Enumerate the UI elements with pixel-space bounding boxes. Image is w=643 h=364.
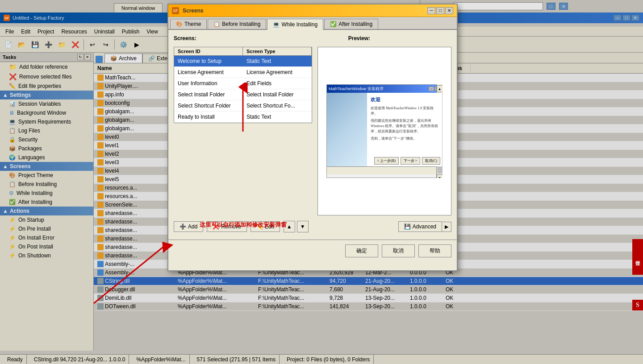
preview-inner: ▲ ▼ MathTeacherWindow 安装程序 ─ ✕ bbox=[326, 84, 443, 178]
move-down-btn[interactable]: ▼ bbox=[297, 221, 309, 232]
modal-maximize-btn[interactable]: □ bbox=[436, 7, 444, 14]
tab-theme[interactable]: 🎨 Theme bbox=[170, 19, 207, 29]
tab-before-installing[interactable]: 📋 Before Installing bbox=[208, 19, 266, 29]
screens-rows: Welcome to SetupStatic TextLicense Agree… bbox=[174, 56, 312, 123]
preview-welcome-text1: 欢迎使用 MathTeacherWindow 1.0 安装程序。 bbox=[371, 106, 438, 116]
tab-theme-label: Theme bbox=[184, 21, 201, 27]
theme-tab-icon: 🎨 bbox=[176, 21, 183, 27]
cancel-dialog-btn[interactable]: 取消 bbox=[382, 244, 415, 257]
modal-body: Screens: Preview: Screen ID Screen Type … bbox=[168, 30, 457, 240]
col-screen-type: Screen Type bbox=[243, 47, 312, 55]
screen-list-item[interactable]: Ready to InstallStatic Text bbox=[174, 112, 312, 123]
modal-title: Screens bbox=[183, 8, 204, 14]
preview-minimize[interactable]: ─ bbox=[429, 87, 434, 91]
modal-footer: 确定 取消 帮助 bbox=[168, 240, 457, 262]
confirm-btn[interactable]: 确定 bbox=[345, 244, 378, 257]
preview-button-row: < 上一步(B) 下一步 > 取消(C) bbox=[374, 157, 440, 165]
modal-controls: ─ □ ✕ bbox=[427, 7, 453, 14]
add-btn-label: Add bbox=[188, 223, 197, 230]
tab-after-installing[interactable]: ✅ After Installing bbox=[324, 19, 378, 29]
advanced-dropdown-btn[interactable]: ▶ bbox=[442, 222, 451, 232]
screens-list-wrapper: Screen ID Screen Type Welcome to SetupSt… bbox=[174, 47, 312, 215]
screens-list-container: Screen ID Screen Type Welcome to SetupSt… bbox=[174, 47, 312, 123]
advanced-btn-label: Advanced bbox=[413, 223, 436, 230]
screens-heading: Screens: bbox=[174, 35, 196, 41]
preview-welcome-text3: 否则，请单击"下一步"继续。 bbox=[371, 136, 438, 141]
advanced-icon: 💾 bbox=[404, 223, 411, 230]
preview-heading: Preview: bbox=[348, 35, 370, 41]
add-icon: ➕ bbox=[180, 223, 186, 230]
tab-while-installing[interactable]: 💻 While Installing bbox=[267, 19, 323, 30]
advanced-btn[interactable]: 💾 Advanced bbox=[398, 221, 442, 232]
chinese-annotation: 这里可以自行添加和修改安装弹窗 bbox=[200, 221, 287, 229]
col-screen-id: Screen ID bbox=[174, 47, 243, 55]
scroll-down-btn[interactable]: ▼ bbox=[437, 174, 443, 178]
tab-after-installing-label: After Installing bbox=[338, 21, 372, 27]
screen-list-item[interactable]: Welcome to SetupStatic Text bbox=[174, 56, 312, 67]
preview-left-image bbox=[327, 93, 367, 166]
preview-cancel-btn[interactable]: 取消(C) bbox=[422, 157, 440, 165]
while-tab-icon: 💻 bbox=[273, 21, 280, 28]
preview-welcome-text2: 强烈建议您在继续安装之前，退出所有 Windows 程序。请单击"取消"，关闭所… bbox=[371, 118, 438, 134]
preview-welcome-title: 欢迎 bbox=[371, 96, 438, 103]
screen-list-item[interactable]: User InformationEdit Fields bbox=[174, 78, 312, 89]
tab-while-installing-label: While Installing bbox=[281, 21, 317, 28]
help-btn[interactable]: 帮助 bbox=[418, 244, 451, 257]
modal-close-btn[interactable]: ✕ bbox=[445, 7, 453, 14]
modal-icon: SF bbox=[172, 7, 179, 14]
modal-minimize-btn[interactable]: ─ bbox=[427, 7, 435, 14]
scroll-up-btn[interactable]: ▲ bbox=[437, 85, 443, 92]
add-screen-btn[interactable]: ➕ Add bbox=[174, 221, 203, 232]
preview-window: MathTeacherWindow 安装程序 ─ ✕ bbox=[326, 84, 443, 178]
screen-list-item[interactable]: Select Install FolderSelect Install Fold… bbox=[174, 89, 312, 100]
advanced-btn-group: 💾 Advanced ▶ bbox=[398, 221, 451, 232]
tab-before-installing-label: Before Installing bbox=[222, 21, 260, 27]
screens-list-header: Screen ID Screen Type bbox=[174, 47, 312, 56]
preview-status bbox=[327, 166, 442, 174]
modal-tab-bar: 🎨 Theme 📋 Before Installing 💻 While Inst… bbox=[168, 17, 457, 30]
preview-area: ▲ ▼ MathTeacherWindow 安装程序 ─ ✕ bbox=[317, 47, 451, 215]
screen-list-item[interactable]: License AgreementLicense Agreement bbox=[174, 67, 312, 78]
preview-content-area: 欢迎 欢迎使用 MathTeacherWindow 1.0 安装程序。 强烈建议… bbox=[327, 93, 442, 166]
before-tab-icon: 📋 bbox=[213, 21, 220, 27]
preview-title-bar: MathTeacherWindow 安装程序 ─ ✕ bbox=[327, 85, 442, 93]
move-buttons: ▲ ▼ bbox=[284, 221, 309, 232]
after-tab-icon: ✅ bbox=[330, 21, 337, 27]
preview-right-content: 欢迎 欢迎使用 MathTeacherWindow 1.0 安装程序。 强烈建议… bbox=[367, 93, 442, 166]
screen-list-item[interactable]: Select Shortcut FolderSelect Shortcut Fo… bbox=[174, 100, 312, 112]
preview-window-title: MathTeacherWindow 安装程序 bbox=[329, 86, 384, 92]
preview-next-btn[interactable]: 下一步 > bbox=[401, 157, 421, 165]
screens-dialog: SF Screens ─ □ ✕ 🎨 Theme 📋 Before Instal… bbox=[167, 4, 458, 271]
preview-back-btn[interactable]: < 上一步(B) bbox=[374, 157, 399, 165]
modal-main-area: Screen ID Screen Type Welcome to SetupSt… bbox=[174, 47, 451, 215]
modal-title-bar: SF Screens ─ □ ✕ bbox=[168, 4, 457, 17]
